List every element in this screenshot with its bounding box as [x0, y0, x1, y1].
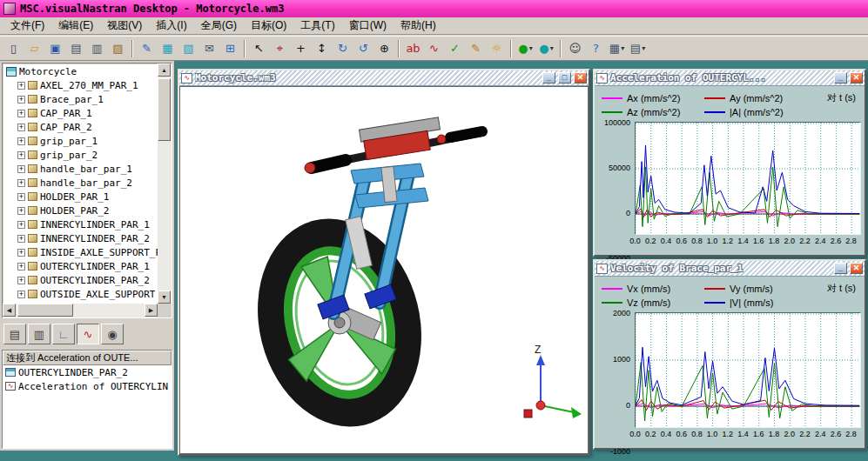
expand-plus-icon[interactable]: +: [17, 291, 25, 298]
menu-item-5[interactable]: 目标(O): [244, 17, 293, 35]
expand-plus-icon[interactable]: +: [17, 137, 25, 145]
expand-plus-icon[interactable]: +: [17, 82, 25, 90]
app-titlebar[interactable]: MSC.visualNastran Desktop - Motorcycle.w…: [0, 0, 868, 17]
tree-item[interactable]: +CAP_PAR_2: [3, 120, 158, 134]
minimize-button[interactable]: _: [834, 263, 847, 274]
scroll-right-icon[interactable]: ▶: [145, 304, 158, 317]
expand-plus-icon[interactable]: +: [17, 235, 25, 243]
tree-item[interactable]: +OUTERCYLINDER_PAR_2: [3, 273, 158, 287]
vertical-move-icon[interactable]: ↕: [312, 39, 332, 58]
orbit-icon[interactable]: ↺: [353, 39, 373, 58]
horizontal-scroll-thumb[interactable]: [17, 304, 73, 317]
menu-item-0[interactable]: 文件(F): [3, 17, 51, 35]
new-icon[interactable]: ▯: [3, 39, 24, 58]
tab-chart[interactable]: ∟: [52, 324, 75, 344]
rotate-icon[interactable]: ↻: [333, 39, 353, 58]
expand-plus-icon[interactable]: +: [17, 249, 25, 257]
table-icon[interactable]: ▧: [178, 39, 198, 58]
viewport-titlebar[interactable]: ∿ Motorcycle.wm3 _ □ ✕: [179, 70, 589, 86]
help-icon[interactable]: ?: [586, 39, 606, 58]
minimize-button[interactable]: _: [542, 72, 555, 84]
tree-vertical-scrollbar[interactable]: ▲ ▼: [158, 63, 172, 304]
tab-camera[interactable]: ◉: [101, 324, 124, 344]
close-button[interactable]: ✕: [574, 72, 587, 84]
tab-list[interactable]: ▥: [28, 324, 50, 344]
tree-horizontal-scrollbar[interactable]: ◀ ▶: [3, 304, 158, 317]
constraint-icon[interactable]: ⊞: [220, 39, 240, 58]
save-icon[interactable]: ▣: [45, 39, 65, 58]
menu-item-3[interactable]: 插入(I): [149, 17, 193, 35]
velocity-titlebar[interactable]: ∿ Velocity of Brace_par_1 _ ✕: [595, 261, 865, 277]
check-icon[interactable]: ✓: [445, 39, 465, 58]
expand-plus-icon[interactable]: +: [17, 207, 25, 215]
menu-item-4[interactable]: 全局(G): [194, 17, 244, 35]
run-icon[interactable]: ●▾: [515, 39, 535, 58]
menu-item-2[interactable]: 视图(V): [100, 17, 149, 35]
scroll-down-icon[interactable]: ▼: [158, 291, 171, 304]
expand-plus-icon[interactable]: +: [17, 96, 25, 104]
tree-item[interactable]: +OUTSIDE_AXLE_SUPPORT: [3, 287, 158, 301]
copy-icon[interactable]: ▥: [87, 39, 107, 58]
close-button[interactable]: ✕: [850, 263, 863, 274]
expand-plus-icon[interactable]: +: [17, 151, 25, 159]
maximize-button[interactable]: □: [558, 72, 571, 84]
menu-item-6[interactable]: 工具(T): [293, 17, 341, 35]
tree-item[interactable]: +Brace_par_1: [3, 92, 158, 106]
expand-plus-icon[interactable]: +: [17, 124, 25, 131]
tree-item[interactable]: +HOLDER_PAR_1: [3, 190, 158, 204]
minimize-button[interactable]: _: [834, 72, 847, 84]
expand-plus-icon[interactable]: +: [17, 221, 25, 229]
tree-item[interactable]: +grip_par_2: [3, 148, 158, 162]
properties-combo-icon[interactable]: ▤▾: [628, 39, 648, 58]
part-icon: [28, 137, 37, 145]
scroll-up-icon[interactable]: ▲: [158, 63, 171, 77]
light-icon[interactable]: ☼: [487, 39, 507, 58]
connection-item[interactable]: OUTERCYLINDER_PAR_2: [3, 365, 172, 379]
target-icon[interactable]: ⌖: [270, 39, 290, 58]
tree-item[interactable]: +handle_bar_par_2: [3, 176, 158, 190]
menu-item-7[interactable]: 窗口(W): [342, 17, 394, 35]
acceleration-titlebar[interactable]: ∿ Acceleration of OUTERCYL... _ ✕: [595, 70, 865, 86]
tree-item[interactable]: +INSIDE_AXLE_SUPPORT_P: [3, 245, 158, 259]
annotate-pencil-icon[interactable]: ✎: [466, 39, 486, 58]
edit-pencil-icon[interactable]: ✎: [137, 39, 157, 58]
mail-icon[interactable]: ✉: [199, 39, 219, 58]
person-icon[interactable]: ☺: [565, 39, 585, 58]
body-combo-icon[interactable]: ▦▾: [607, 39, 627, 58]
expand-plus-icon[interactable]: +: [17, 179, 25, 187]
expand-plus-icon[interactable]: +: [17, 277, 25, 284]
expand-plus-icon[interactable]: +: [17, 110, 25, 117]
move-icon[interactable]: +: [291, 39, 311, 58]
tab-browse[interactable]: ▤: [3, 324, 26, 344]
vertical-scroll-thumb[interactable]: [158, 78, 171, 141]
text-label-icon[interactable]: ab: [403, 39, 423, 58]
tree-item[interactable]: +AXEL_270_MM_PAR_1: [3, 78, 158, 92]
pointer-icon[interactable]: ↖: [249, 39, 269, 58]
expand-plus-icon[interactable]: +: [17, 263, 25, 271]
tree-root-item[interactable]: Motorcycle: [3, 64, 158, 78]
tab-meter[interactable]: ∿: [77, 324, 99, 344]
menu-item-1[interactable]: 编辑(E): [51, 17, 100, 35]
tree-item[interactable]: +INNERCYLINDER_PAR_1: [3, 217, 158, 231]
meter-icon[interactable]: ∿: [424, 39, 444, 58]
tree-item[interactable]: +INNERCYLINDER_PAR_2: [3, 231, 158, 245]
grid-icon[interactable]: ▦: [158, 39, 178, 58]
tree-item[interactable]: +grip_par_1: [3, 134, 158, 148]
sphere-icon[interactable]: ●▾: [536, 39, 556, 58]
print-icon[interactable]: ▤: [66, 39, 86, 58]
tree-item[interactable]: +handle_bar_par_1: [3, 162, 158, 176]
close-button[interactable]: ✕: [850, 72, 863, 84]
expand-plus-icon[interactable]: +: [17, 193, 25, 201]
expand-plus-icon[interactable]: +: [17, 165, 25, 173]
zoom-icon[interactable]: ⊕: [374, 39, 394, 58]
menu-item-8[interactable]: 帮助(H): [394, 17, 443, 35]
tree-item[interactable]: +OUTERCYLINDER_PAR_1: [3, 259, 158, 273]
open-icon[interactable]: ▱: [24, 39, 44, 58]
viewport-canvas[interactable]: Z: [179, 86, 589, 454]
scroll-left-icon[interactable]: ◀: [3, 304, 16, 317]
tree-item[interactable]: +HOLDER_PAR_2: [3, 204, 158, 217]
tree-item[interactable]: +CAP_PAR_1: [3, 106, 158, 120]
paste-icon[interactable]: ▨: [108, 39, 128, 58]
meter-doc-icon: ∿: [596, 264, 608, 274]
connection-item[interactable]: ∿Acceleration of OUTERCYLIN...: [3, 379, 172, 393]
